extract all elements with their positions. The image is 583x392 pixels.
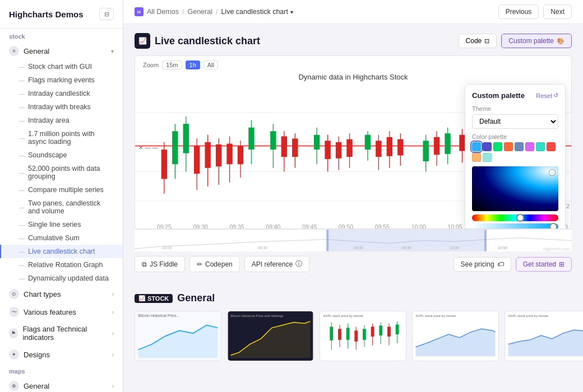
breadcrumb-general[interactable]: General <box>187 8 212 16</box>
zoom-15m[interactable]: 15m <box>162 60 182 69</box>
sidebar-item-compare[interactable]: Compare multiple series <box>0 183 123 197</box>
sidebar-item-stock-chart-gui[interactable]: Stock chart with GUI <box>0 60 123 73</box>
topbar-actions: Previous Next <box>498 4 572 19</box>
thumb-card-0[interactable]: Bitcoin Historical Price... <box>135 311 221 361</box>
cp-theme-select[interactable]: Default <box>472 114 558 129</box>
sidebar-item-1m-points[interactable]: 1.7 million points with async loading <box>0 127 123 148</box>
svg-text:09:30: 09:30 <box>193 224 208 229</box>
demo-header-right: Code ⊡ Custom palette 🎨 <box>459 34 572 48</box>
svg-rect-48 <box>216 144 221 166</box>
color-swatch-9[interactable] <box>483 153 492 162</box>
nav-general-toggle[interactable]: ≡ General ▾ <box>0 42 123 60</box>
cp-color-swatches <box>472 142 558 162</box>
api-reference-icon: ⓘ <box>295 259 302 269</box>
sidebar-item-intraday-area[interactable]: Intraday area <box>0 114 123 127</box>
sidebar-item-52k-points[interactable]: 52,000 points with data grouping <box>0 162 123 183</box>
color-swatch-6[interactable] <box>536 142 545 151</box>
js-fiddle-button[interactable]: ⧉ JS Fiddle <box>135 256 185 272</box>
color-swatch-1[interactable] <box>483 142 492 151</box>
chart-types-chevron: › <box>112 291 114 297</box>
cp-colors-row: Color palette <box>472 133 558 162</box>
cp-reset-button[interactable]: Reset ↺ <box>536 92 558 99</box>
svg-rect-28 <box>314 135 320 150</box>
cp-theme-row: Theme Default <box>472 105 558 129</box>
breadcrumb-current: Live candlestick chart ▾ <box>221 8 293 16</box>
zoom-1h[interactable]: 1h <box>186 60 200 69</box>
zoom-label: Zoom <box>143 62 159 68</box>
nav-maps-general[interactable]: ⊕ General › <box>0 377 123 392</box>
codepen-button[interactable]: ✏ Codepen <box>189 256 240 272</box>
sidebar-item-flags[interactable]: Flags marking events <box>0 73 123 87</box>
svg-rect-26 <box>270 131 276 150</box>
see-pricing-button[interactable]: See pricing 🏷 <box>454 257 511 272</box>
sidebar-item-two-panes[interactable]: Two panes, candlestick and volume <box>0 197 123 218</box>
color-swatch-5[interactable] <box>525 142 534 151</box>
cp-alpha-handle[interactable] <box>549 223 557 229</box>
cp-hue-handle[interactable] <box>516 214 524 222</box>
flags-chevron: › <box>112 330 114 337</box>
get-started-icon: ⊞ <box>559 260 565 268</box>
sidebar-item-dynamic[interactable]: Dynamically updated data <box>0 272 123 285</box>
js-fiddle-icon: ⧉ <box>142 260 147 268</box>
custom-palette-button[interactable]: Custom palette 🎨 <box>501 34 572 48</box>
cp-hue-bar[interactable] <box>472 214 558 221</box>
sidebar-item-rotation[interactable]: Relative Rotation Graph <box>0 258 123 272</box>
thumb-card-1[interactable]: Bitcoin Historical Price and Halvings <box>227 311 314 361</box>
cp-alpha-bar[interactable] <box>472 223 558 229</box>
previous-button[interactable]: Previous <box>498 4 539 19</box>
see-pricing-icon: 🏷 <box>497 260 504 268</box>
svg-rect-60 <box>336 142 341 158</box>
demo-title: 📈 Live candlestick chart <box>135 33 260 49</box>
breadcrumb-dropdown-icon[interactable]: ▾ <box>290 9 293 15</box>
thumb-card-2[interactable]: AAPL stock price by minute <box>320 311 406 361</box>
cp-theme-label: Theme <box>472 105 558 112</box>
thumb-svg-3: AAPL stock price by minute <box>413 311 498 361</box>
svg-rect-44 <box>194 146 200 174</box>
get-started-button[interactable]: Get started ⊞ <box>516 257 572 272</box>
thumb-svg-1: Bitcoin Historical Price and Halvings <box>228 311 313 361</box>
nav-various-features[interactable]: 〜 Various features › <box>0 303 123 321</box>
various-label: Various features <box>24 308 76 316</box>
maps-general-chevron: › <box>112 383 114 389</box>
svg-rect-32 <box>423 141 428 161</box>
sidebar-item-soundscape[interactable]: Soundscape <box>0 148 123 162</box>
thumb-svg-0: Bitcoin Historical Price... <box>135 311 221 361</box>
sidebar-item-single-line[interactable]: Single line series <box>0 218 123 231</box>
next-button[interactable]: Next <box>543 4 572 19</box>
sidebar-item-intraday-breaks[interactable]: Intraday with breaks <box>0 100 123 114</box>
breadcrumb-sep2: / <box>216 8 218 16</box>
zoom-all[interactable]: All <box>203 60 218 69</box>
sidebar-item-live-candle[interactable]: Live candlestick chart <box>0 245 123 258</box>
code-icon: ⊡ <box>484 38 489 45</box>
cp-gradient-handle[interactable] <box>549 170 555 175</box>
color-swatch-3[interactable] <box>504 142 513 151</box>
js-fiddle-label: JS Fiddle <box>150 260 178 268</box>
svg-text:10:00: 10:00 <box>498 246 507 250</box>
color-swatch-2[interactable] <box>493 142 502 151</box>
svg-text:09:30: 09:30 <box>402 246 411 250</box>
stock-section-label: stock <box>0 29 123 42</box>
thumb-card-3[interactable]: AAPL stock price by minute <box>412 311 499 361</box>
cp-gradient-picker[interactable] <box>472 166 558 211</box>
general-section-label: General <box>177 292 215 304</box>
api-reference-button[interactable]: API reference ⓘ <box>244 256 309 272</box>
sidebar: Highcharts Demos ⊟ stock ≡ General ▾ Sto… <box>0 0 123 392</box>
code-button[interactable]: Code ⊡ <box>459 34 497 48</box>
custom-palette-label: Custom palette <box>508 37 554 45</box>
color-swatch-8[interactable] <box>472 153 481 162</box>
color-swatch-0[interactable] <box>472 142 481 151</box>
sidebar-item-intraday-candle[interactable]: Intraday candlestick <box>0 87 123 100</box>
sidebar-item-cumulative[interactable]: Cumulative Sum <box>0 231 123 245</box>
svg-rect-116 <box>396 324 399 334</box>
sidebar-toggle-button[interactable]: ⊟ <box>99 8 114 20</box>
nav-designs[interactable]: ✦ Designs › <box>0 346 123 363</box>
nav-chart-types[interactable]: ⊙ Chart types › <box>0 285 123 303</box>
svg-rect-70 <box>434 137 439 155</box>
color-swatch-4[interactable] <box>515 142 524 151</box>
color-swatch-7[interactable] <box>547 142 556 151</box>
svg-text:Bitcoin Historical Price...: Bitcoin Historical Price... <box>138 314 180 318</box>
thumb-card-4[interactable]: AAPL stock price by minute <box>505 311 583 361</box>
maps-section-label: maps <box>0 363 123 377</box>
breadcrumb-all-demos[interactable]: All Demos <box>147 8 179 16</box>
nav-flags[interactable]: ⚑ Flags and Technical indicators › <box>0 321 123 346</box>
